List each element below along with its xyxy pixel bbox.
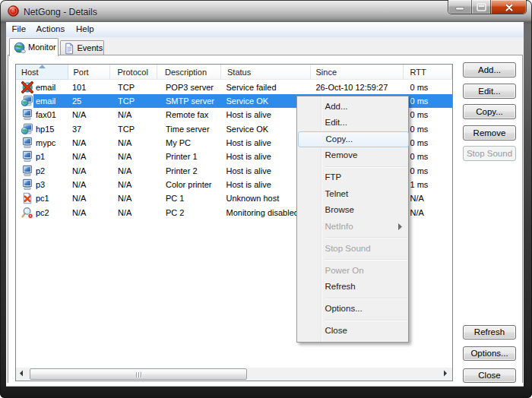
close-button[interactable]: Close (463, 368, 516, 383)
menu-actions[interactable]: Actions (31, 22, 71, 37)
globe-failed-icon (21, 81, 33, 93)
scroll-left-arrow-icon (15, 367, 28, 380)
cell-description: POP3 server (166, 81, 214, 94)
menu-bar: FileActionsHelp (6, 22, 524, 37)
context-menu-item-browse[interactable]: Browse (298, 202, 409, 219)
computer-icon (21, 165, 33, 177)
cell-host: p1 (36, 150, 45, 163)
cell-host: mypc (36, 136, 55, 150)
column-header-protocol[interactable]: Protocol (110, 65, 157, 80)
cell-protocol: TCP (118, 94, 135, 108)
close-button[interactable] (490, 0, 526, 14)
cell-status: Host is alive (226, 150, 271, 163)
cell-port: N/A (72, 108, 86, 122)
maximize-icon (477, 3, 486, 11)
column-header-port[interactable]: Port (68, 65, 110, 80)
cell-rtt: N/A (410, 206, 424, 220)
tab-monitor[interactable]: Monitor (9, 38, 59, 56)
options-button[interactable]: Options... (463, 346, 516, 361)
cell-rtt: 1 ms (410, 178, 429, 191)
cell-protocol: TCP (118, 81, 135, 94)
cell-protocol: TCP (118, 122, 135, 136)
host-row-email[interactable]: email101TCPPOP3 serverService failed26-O… (16, 81, 452, 94)
context-menu-item-telnet[interactable]: Telnet (298, 186, 409, 203)
menu-item-label: NetInfo (325, 219, 353, 235)
cell-port: N/A (72, 150, 86, 163)
context-menu-item-add[interactable]: Add... (298, 99, 409, 115)
menu-separator (325, 166, 407, 167)
context-menu-item-edit[interactable]: Edit... (298, 115, 409, 131)
menu-help[interactable]: Help (71, 22, 100, 37)
menu-item-label: Power On (325, 263, 364, 280)
menu-item-label: Browse (325, 202, 354, 219)
column-header-description[interactable]: Description (157, 65, 221, 80)
cell-host: fax01 (36, 108, 56, 122)
minimize-icon (455, 7, 464, 11)
context-menu-item-netinfo[interactable]: NetInfo (298, 219, 409, 235)
context-menu-item-stop-sound[interactable]: Stop Sound (298, 241, 409, 257)
column-header-status[interactable]: Status (221, 65, 311, 80)
cell-status: Service failed (226, 81, 277, 94)
cell-host: p2 (36, 164, 45, 178)
magnifier-disabled-icon (21, 207, 33, 219)
menu-item-label: Add... (325, 99, 348, 115)
cell-host: email (36, 94, 55, 108)
globe-monitor-icon (14, 42, 26, 54)
events-document-icon (63, 43, 75, 55)
menu-separator (325, 320, 407, 321)
add-button[interactable]: Add... (463, 62, 516, 77)
remove-button[interactable]: Remove (463, 125, 516, 141)
cell-port: 25 (72, 94, 81, 108)
scroll-left-button[interactable] (16, 368, 29, 381)
cell-rtt: 0 ms (410, 136, 429, 150)
menu-item-label: Close (325, 323, 347, 340)
scroll-right-button[interactable] (439, 368, 452, 381)
context-menu-item-power-on[interactable]: Power On (298, 263, 409, 280)
cell-port: N/A (72, 178, 86, 191)
context-menu-item-ftp[interactable]: FTP (298, 169, 409, 186)
menu-item-label: FTP (325, 169, 342, 186)
copy-button[interactable]: Copy... (463, 104, 516, 119)
cell-host: hp15 (36, 122, 54, 136)
cell-description: SMTP server (166, 94, 214, 108)
menu-item-label: Copy... (326, 131, 353, 148)
cell-description: Printer 1 (166, 150, 198, 163)
context-menu-item-refresh[interactable]: Refresh (298, 279, 409, 295)
menu-item-label: Remove (325, 147, 358, 164)
cell-port: N/A (72, 191, 86, 205)
caption-buttons (448, 0, 527, 14)
cell-description: PC 2 (166, 206, 184, 220)
menu-item-label: Options... (325, 301, 363, 317)
menu-file[interactable]: File (7, 22, 32, 37)
refresh-button[interactable]: Refresh (463, 325, 516, 340)
column-header-rtt[interactable]: RTT (404, 65, 452, 80)
maximize-button[interactable] (471, 0, 490, 14)
cell-status: Monitoring disabled (226, 206, 299, 220)
window-title: NetGong - Details (24, 7, 97, 17)
minimize-button[interactable] (448, 0, 471, 14)
cell-protocol: N/A (118, 206, 131, 220)
tab-events[interactable]: Events (60, 40, 104, 55)
context-menu: Add...Edit...Copy...RemoveFTPTelnetBrows… (296, 96, 409, 343)
cell-rtt: 0 ms (410, 164, 429, 178)
context-menu-item-options[interactable]: Options... (298, 301, 409, 317)
computer-icon (21, 178, 33, 191)
computer-globe-icon (21, 123, 33, 135)
scrollbar-thumb[interactable] (30, 368, 247, 381)
context-menu-item-remove[interactable]: Remove (298, 147, 409, 164)
horizontal-scrollbar[interactable] (16, 368, 452, 381)
stop-sound-button[interactable]: Stop Sound (463, 146, 516, 161)
cell-description: My PC (166, 136, 191, 150)
menu-separator (325, 259, 407, 260)
cell-port: N/A (72, 206, 86, 220)
cell-status: Host is alive (226, 108, 271, 122)
netgong-app-icon[interactable] (7, 5, 20, 17)
cell-since: 26-Oct-10 12:59:27 (316, 81, 388, 94)
column-header-since[interactable]: Since (311, 65, 404, 80)
cell-host: p3 (36, 178, 45, 191)
context-menu-item-copy[interactable]: Copy... (298, 131, 409, 148)
edit-button[interactable]: Edit... (463, 84, 516, 99)
column-header-host[interactable]: Host (16, 65, 68, 80)
context-menu-item-close[interactable]: Close (298, 323, 409, 340)
list-header: HostPortProtocolDescriptionStatusSinceRT… (16, 65, 452, 80)
